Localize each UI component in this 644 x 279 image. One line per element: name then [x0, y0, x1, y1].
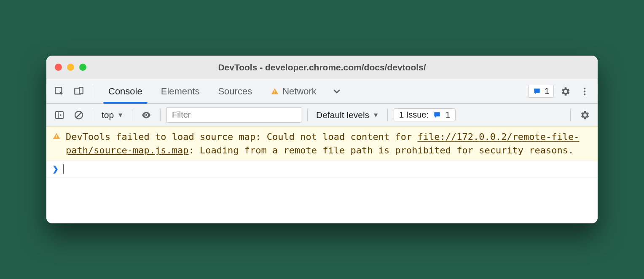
svg-rect-13: [56, 135, 57, 137]
window-title: DevTools - developer.chrome.com/docs/dev…: [46, 62, 598, 72]
tab-label: Sources: [218, 86, 252, 97]
warning-icon: [52, 132, 61, 157]
svg-point-7: [584, 93, 586, 95]
issues-badge[interactable]: 1: [528, 85, 554, 98]
tab-network[interactable]: Network: [261, 79, 326, 103]
svg-point-5: [584, 87, 586, 89]
filter-input[interactable]: [166, 107, 301, 123]
minimize-window-button[interactable]: [67, 64, 74, 71]
console-warning-message[interactable]: DevTools failed to load source map: Coul…: [46, 126, 598, 161]
levels-label: Default levels: [316, 110, 369, 120]
console-settings-icon[interactable]: [577, 107, 593, 123]
svg-rect-8: [56, 112, 63, 118]
tab-sources[interactable]: Sources: [209, 79, 261, 103]
svg-line-11: [76, 113, 81, 118]
divider: [570, 109, 571, 121]
chevron-down-icon: ▼: [117, 111, 123, 118]
divider: [93, 85, 93, 98]
issues-chip[interactable]: 1 Issue: 1: [394, 108, 456, 121]
divider: [93, 109, 93, 121]
message-icon: [533, 87, 541, 96]
svg-rect-4: [274, 92, 275, 93]
devtools-window: DevTools - developer.chrome.com/docs/dev…: [46, 56, 598, 223]
live-expression-icon[interactable]: [138, 107, 154, 123]
close-window-button[interactable]: [55, 64, 62, 71]
settings-icon[interactable]: [557, 83, 573, 99]
divider: [160, 109, 161, 121]
svg-point-12: [145, 114, 147, 115]
log-levels-selector[interactable]: Default levels ▼: [314, 110, 381, 120]
divider: [307, 109, 308, 121]
console-body: DevTools failed to load source map: Coul…: [46, 126, 598, 223]
console-toolbar: top ▼ Default levels ▼ 1 Issue: 1: [46, 104, 598, 126]
message-pre: DevTools failed to load source map: Coul…: [66, 131, 417, 142]
toggle-sidebar-icon[interactable]: [51, 107, 67, 123]
issues-label: 1 Issue:: [399, 110, 429, 120]
text-cursor: [63, 164, 64, 174]
svg-rect-2: [79, 87, 83, 94]
context-label: top: [102, 110, 114, 120]
divider: [387, 109, 388, 121]
message-text: DevTools failed to load source map: Coul…: [66, 130, 592, 157]
more-menu-icon[interactable]: [577, 83, 593, 99]
tab-label: Elements: [161, 86, 200, 97]
inspect-element-icon[interactable]: [51, 83, 67, 99]
tab-console[interactable]: Console: [99, 79, 152, 103]
warning-icon: [271, 87, 279, 96]
zoom-window-button[interactable]: [79, 64, 86, 71]
titlebar: DevTools - developer.chrome.com/docs/dev…: [46, 56, 598, 79]
prompt-caret-icon: ❯: [52, 164, 59, 174]
tab-label: Console: [108, 86, 142, 97]
svg-point-6: [584, 90, 586, 92]
traffic-lights: [46, 64, 86, 71]
chevron-down-icon: ▼: [373, 111, 379, 118]
message-post: : Loading from a remote file path is pro…: [188, 145, 574, 156]
tab-label: Network: [282, 86, 317, 97]
svg-rect-3: [274, 90, 275, 92]
context-selector[interactable]: top ▼: [99, 110, 126, 120]
main-toolbar: Console Elements Sources Network: [46, 79, 598, 104]
console-prompt[interactable]: ❯: [46, 161, 598, 177]
svg-rect-14: [56, 137, 57, 138]
more-tabs-button[interactable]: [326, 79, 348, 103]
panel-tabs: Console Elements Sources Network: [99, 79, 348, 103]
divider: [132, 109, 132, 121]
device-toggle-icon[interactable]: [71, 83, 87, 99]
tab-elements[interactable]: Elements: [152, 79, 209, 103]
badge-count: 1: [545, 86, 549, 96]
issues-count: 1: [445, 110, 450, 120]
message-icon: [433, 111, 441, 119]
clear-console-icon[interactable]: [71, 107, 87, 123]
